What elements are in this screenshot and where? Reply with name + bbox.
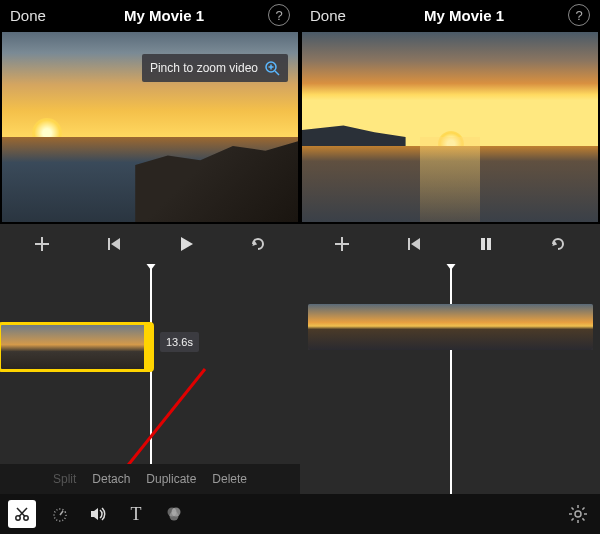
timeline[interactable]: 13.6s Split Detach Duplicate Delete [0, 264, 300, 494]
split-option[interactable]: Split [53, 472, 76, 486]
add-media-button[interactable] [27, 229, 57, 259]
header: Done My Movie 1 ? [300, 0, 600, 30]
svg-marker-18 [91, 508, 98, 520]
titles-tool[interactable]: T [122, 500, 150, 528]
video-preview[interactable]: Pinch to zoom video [2, 32, 298, 222]
playhead[interactable] [450, 264, 452, 494]
screen-right: Done My Movie 1 ? [300, 0, 600, 534]
bottom-toolbar [300, 494, 600, 534]
done-button[interactable]: Done [310, 7, 360, 24]
tooltip-text: Pinch to zoom video [150, 61, 258, 75]
done-button[interactable]: Done [10, 7, 60, 24]
svg-rect-24 [408, 238, 410, 250]
svg-rect-6 [108, 238, 110, 250]
svg-line-36 [572, 518, 574, 520]
help-button[interactable]: ? [568, 4, 590, 26]
svg-line-34 [572, 508, 574, 510]
volume-tool[interactable] [84, 500, 112, 528]
project-title: My Movie 1 [60, 7, 268, 24]
delete-option[interactable]: Delete [212, 472, 247, 486]
zoom-tooltip: Pinch to zoom video [142, 54, 288, 82]
filters-tool[interactable] [160, 500, 188, 528]
settings-button[interactable] [564, 500, 592, 528]
svg-point-29 [575, 511, 581, 517]
undo-button[interactable] [543, 229, 573, 259]
svg-rect-26 [481, 238, 485, 250]
help-button[interactable]: ? [268, 4, 290, 26]
svg-line-35 [582, 518, 584, 520]
clip-trim-handle[interactable] [144, 324, 152, 370]
header: Done My Movie 1 ? [0, 0, 300, 30]
video-clip-selected[interactable] [0, 324, 152, 370]
clip-edit-menu: Split Detach Duplicate Delete [0, 464, 300, 494]
prev-frame-button[interactable] [399, 229, 429, 259]
scissors-tool[interactable] [8, 500, 36, 528]
bottom-toolbar: T [0, 494, 300, 534]
svg-marker-8 [181, 237, 193, 251]
svg-point-21 [170, 512, 179, 521]
video-clip[interactable] [308, 304, 593, 350]
svg-marker-7 [111, 238, 120, 250]
speed-tool[interactable] [46, 500, 74, 528]
screen-left: Done My Movie 1 ? Pinch to zoom video [0, 0, 300, 534]
play-button[interactable] [171, 229, 201, 259]
pause-button[interactable] [471, 229, 501, 259]
add-media-button[interactable] [327, 229, 357, 259]
svg-marker-25 [411, 238, 420, 250]
detach-option[interactable]: Detach [92, 472, 130, 486]
svg-line-1 [275, 71, 279, 75]
undo-button[interactable] [243, 229, 273, 259]
video-preview[interactable] [302, 32, 598, 222]
prev-frame-button[interactable] [99, 229, 129, 259]
svg-rect-27 [487, 238, 491, 250]
svg-line-17 [60, 511, 63, 515]
timeline[interactable] [300, 264, 600, 494]
zoom-in-icon[interactable] [264, 60, 280, 76]
duplicate-option[interactable]: Duplicate [146, 472, 196, 486]
playhead[interactable] [150, 264, 152, 494]
transport-bar [0, 224, 300, 264]
clip-duration-label: 13.6s [160, 332, 199, 352]
project-title: My Movie 1 [360, 7, 568, 24]
svg-line-37 [582, 508, 584, 510]
transport-bar [300, 224, 600, 264]
